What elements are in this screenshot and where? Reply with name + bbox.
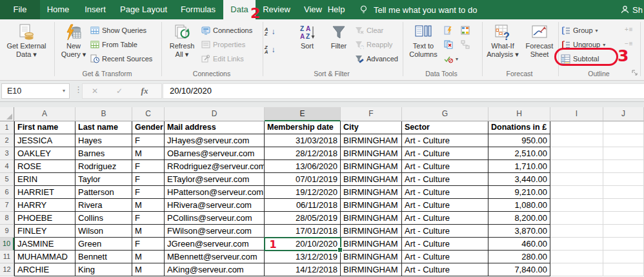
cell-C6[interactable]: F	[132, 186, 165, 199]
cell-B5[interactable]: Taylor	[75, 173, 132, 186]
cell-D10[interactable]: JGreen@serveur.com	[165, 238, 265, 251]
cell-C10[interactable]: F	[132, 238, 165, 251]
cell-I6[interactable]	[550, 186, 603, 199]
cell-H8[interactable]: 8,200.00	[488, 212, 550, 225]
select-all-corner[interactable]	[0, 107, 14, 121]
from-table-button[interactable]: From Table	[90, 39, 137, 50]
row-header-1[interactable]: 1	[0, 121, 14, 134]
cell-B9[interactable]: Wilson	[75, 225, 132, 238]
enter-icon[interactable]: ✓	[107, 87, 132, 96]
cell-I5[interactable]	[550, 173, 603, 186]
cell-G10[interactable]: Art - Culture	[402, 238, 488, 251]
filter-button[interactable]: Filter	[324, 22, 354, 68]
row-header-7[interactable]: 7	[0, 199, 14, 212]
cell-G2[interactable]: Art - Culture	[402, 134, 488, 147]
cell-G11[interactable]: Art - Culture	[402, 251, 488, 263]
cell-E8[interactable]: 28/05/2019	[265, 212, 341, 225]
cell-F6[interactable]: BIRMINGHAM	[341, 186, 402, 199]
cell-G8[interactable]: Art - Culture	[402, 212, 488, 225]
cell-F9[interactable]: BIRMINGHAM	[341, 225, 402, 238]
column-header-C[interactable]: C	[132, 107, 165, 121]
tab-file[interactable]: File	[0, 0, 40, 19]
row-header-6[interactable]: 6	[0, 186, 14, 199]
row-header-3[interactable]: 3	[0, 147, 14, 160]
cell-I4[interactable]	[550, 160, 603, 173]
sort-a-to-z-button[interactable]: AZ↓	[265, 26, 275, 37]
cell-J6[interactable]	[603, 186, 644, 199]
cell-I2[interactable]	[550, 134, 603, 147]
group-button[interactable]: Group ▾	[561, 25, 598, 36]
tell-me-box[interactable]: Tell me what you want to do	[359, 0, 477, 19]
column-header-I[interactable]: I	[550, 107, 603, 121]
cell-B11[interactable]: Bennett	[75, 251, 132, 263]
new-query-button[interactable]: New Query ▾	[57, 22, 90, 68]
column-header-D[interactable]: D	[165, 107, 265, 121]
cell-B2[interactable]: Hayes	[75, 134, 132, 147]
column-header-J[interactable]: J	[603, 107, 644, 121]
cell-A7[interactable]: HARRY	[14, 199, 75, 212]
cell-D1[interactable]: Mail address	[165, 121, 265, 134]
cell-C5[interactable]: F	[132, 173, 165, 186]
cell-D9[interactable]: FWilson@serveur.com	[165, 225, 265, 238]
cell-J8[interactable]	[603, 212, 644, 225]
cell-B8[interactable]: Collins	[75, 212, 132, 225]
cell-B12[interactable]: King	[75, 263, 132, 276]
cell-A8[interactable]: PHOEBE	[14, 212, 75, 225]
what-if-analysis-button[interactable]: ? What-If Analysis ▾	[484, 22, 521, 68]
cell-H12[interactable]: 7,840.00	[488, 263, 550, 276]
cell-G3[interactable]: Art - Culture	[402, 147, 488, 160]
cell-B7[interactable]: Rivera	[75, 199, 132, 212]
cell-F12[interactable]: BIRMINGHAM	[341, 263, 402, 276]
cell-A1[interactable]: First name	[14, 121, 75, 134]
cell-A11[interactable]: MUHAMMAD	[14, 251, 75, 263]
cell-J4[interactable]	[603, 160, 644, 173]
cell-B3[interactable]: Barnes	[75, 147, 132, 160]
cell-G9[interactable]: Art - Culture	[402, 225, 488, 238]
remove-duplicates-button[interactable]	[444, 39, 453, 50]
text-to-columns-button[interactable]: Text to Columns	[405, 22, 441, 68]
cell-F3[interactable]: BIRMINGHAM	[341, 147, 402, 160]
cell-J7[interactable]	[603, 199, 644, 212]
column-header-G[interactable]: G	[402, 107, 488, 121]
cell-F11[interactable]: BIRMINGHAM	[341, 251, 402, 263]
row-header-2[interactable]: 2	[0, 134, 14, 147]
cell-B6[interactable]: Patterson	[75, 186, 132, 199]
flash-fill-button[interactable]	[444, 25, 453, 36]
show-queries-button[interactable]: Show Queries	[90, 25, 146, 36]
cell-H5[interactable]: 3,440.00	[488, 173, 550, 186]
column-header-E[interactable]: E	[265, 107, 341, 121]
sort-button[interactable]: ZAAZ Sort	[292, 22, 323, 68]
cell-H10[interactable]: 460.00	[488, 238, 550, 251]
cell-A10[interactable]: JASMINE	[14, 238, 75, 251]
recent-sources-button[interactable]: Recent Sources	[90, 53, 152, 65]
cell-A4[interactable]: ROSE	[14, 160, 75, 173]
forecast-sheet-button[interactable]: Forecast Sheet	[523, 22, 556, 68]
cell-G7[interactable]: Art - Culture	[402, 199, 488, 212]
cell-A12[interactable]: ARCHIE	[14, 263, 75, 276]
cell-J11[interactable]	[603, 251, 644, 263]
cell-H3[interactable]: 2,510.00	[488, 147, 550, 160]
cell-I12[interactable]	[550, 263, 603, 276]
name-box[interactable]: E10 ▾	[1, 83, 70, 99]
data-validation-button[interactable]: ▾	[444, 53, 458, 65]
cell-B1[interactable]: Last name	[75, 121, 132, 134]
cell-H1[interactable]: Donations in £	[488, 121, 550, 134]
cell-C2[interactable]: F	[132, 134, 165, 147]
cell-D4[interactable]: RRodriguez@serveur.com	[165, 160, 265, 173]
cell-D2[interactable]: JHayes@serveur.com	[165, 134, 265, 147]
cell-E12[interactable]: 14/12/2018	[265, 263, 341, 276]
cell-B10[interactable]: Green	[75, 238, 132, 251]
cell-D8[interactable]: PCollins@serveur.com	[165, 212, 265, 225]
insert-function-icon[interactable]: fx	[132, 86, 157, 96]
row-header-8[interactable]: 8	[0, 212, 14, 225]
tab-formulas[interactable]: Formulas	[174, 0, 222, 19]
cell-C3[interactable]: M	[132, 147, 165, 160]
cell-H9[interactable]: 3,870.00	[488, 225, 550, 238]
cell-H11[interactable]: 280.00	[488, 251, 550, 263]
cell-C7[interactable]: M	[132, 199, 165, 212]
cell-H7[interactable]: 1,080.00	[488, 199, 550, 212]
formula-input[interactable]: 20/10/2020	[163, 83, 644, 99]
cell-C12[interactable]: M	[132, 263, 165, 276]
cell-I3[interactable]	[550, 147, 603, 160]
cell-H2[interactable]: 950.00	[488, 134, 550, 147]
